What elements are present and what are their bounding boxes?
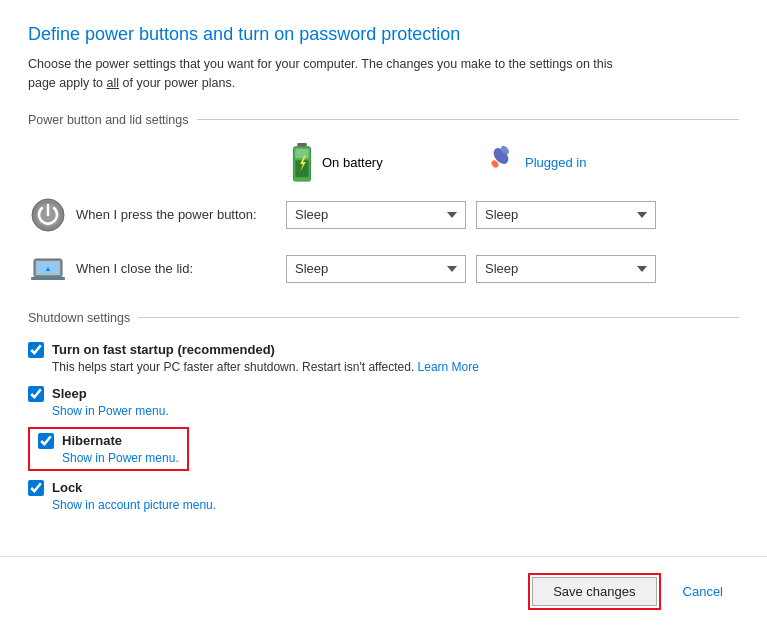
battery-col-label: On battery	[322, 155, 383, 170]
description: Choose the power settings that you want …	[28, 55, 739, 93]
svg-rect-14	[31, 277, 65, 280]
power-button-label: When I press the power button:	[76, 207, 286, 222]
svg-rect-2	[295, 148, 308, 158]
sleep-item: Sleep Show in Power menu.	[28, 383, 739, 421]
fast-startup-item: Turn on fast startup (recommended) This …	[28, 339, 739, 377]
power-options-dialog: Define power buttons and turn on passwor…	[0, 0, 767, 626]
lid-icon	[28, 249, 68, 289]
lid-plugged-dropdown[interactable]: Sleep Hibernate Shut down Turn off the d…	[476, 255, 656, 283]
fast-startup-label: Turn on fast startup (recommended)	[52, 342, 275, 357]
power-button-battery-dropdown[interactable]: Sleep Hibernate Shut down Turn off the d…	[286, 201, 466, 229]
plugged-icon	[483, 142, 519, 184]
hibernate-row: Hibernate	[38, 433, 179, 449]
power-button-dropdowns: Sleep Hibernate Shut down Turn off the d…	[286, 201, 656, 229]
column-headers: On battery Plugged in	[288, 141, 739, 185]
footer: Save changes Cancel	[0, 556, 767, 610]
lock-show-link[interactable]: Show in account picture menu.	[52, 498, 216, 512]
section1-label: Power button and lid settings	[28, 113, 197, 127]
learn-more-link[interactable]: Learn More	[418, 360, 479, 374]
section2-divider	[138, 317, 739, 318]
section2-label: Shutdown settings	[28, 311, 138, 325]
fast-startup-sublabel: This helps start your PC faster after sh…	[52, 360, 739, 374]
page-title: Define power buttons and turn on passwor…	[28, 24, 739, 45]
battery-icon	[288, 141, 316, 185]
description-text1: Choose the power settings that you want …	[28, 57, 613, 71]
lock-sublabel: Show in account picture menu.	[52, 498, 739, 512]
power-button-icon	[28, 195, 68, 235]
lid-label: When I close the lid:	[76, 261, 286, 276]
hibernate-checkbox[interactable]	[38, 433, 54, 449]
description-text2: page apply to	[28, 76, 103, 90]
sleep-label: Sleep	[52, 386, 87, 401]
plugged-column-header: Plugged in	[483, 142, 678, 184]
lock-checkbox[interactable]	[28, 480, 44, 496]
lid-row: When I close the lid: Sleep Hibernate Sh…	[28, 249, 739, 289]
power-button-plugged-dropdown[interactable]: Sleep Hibernate Shut down Turn off the d…	[476, 201, 656, 229]
power-button-row: When I press the power button: Sleep Hib…	[28, 195, 739, 235]
save-changes-button[interactable]: Save changes	[532, 577, 656, 606]
section2-header: Shutdown settings	[28, 311, 739, 325]
section1-header: Power button and lid settings	[28, 113, 739, 127]
sleep-checkbox[interactable]	[28, 386, 44, 402]
shutdown-section: Shutdown settings Turn on fast startup (…	[28, 311, 739, 521]
lid-dropdowns: Sleep Hibernate Shut down Turn off the d…	[286, 255, 656, 283]
section1-divider	[197, 119, 739, 120]
fast-startup-row: Turn on fast startup (recommended)	[28, 342, 739, 358]
cancel-button[interactable]: Cancel	[667, 578, 739, 605]
lock-row: Lock	[28, 480, 739, 496]
sleep-row: Sleep	[28, 386, 739, 402]
svg-rect-0	[297, 143, 307, 147]
hibernate-sublabel: Show in Power menu.	[62, 451, 179, 465]
battery-column-header: On battery	[288, 141, 483, 185]
hibernate-label: Hibernate	[62, 433, 122, 448]
sleep-show-link[interactable]: Show in Power menu.	[52, 404, 169, 418]
lid-battery-dropdown[interactable]: Sleep Hibernate Shut down Turn off the d…	[286, 255, 466, 283]
fast-startup-checkbox[interactable]	[28, 342, 44, 358]
hibernate-show-link[interactable]: Show in Power menu.	[62, 451, 179, 465]
sleep-sublabel: Show in Power menu.	[52, 404, 739, 418]
lock-label: Lock	[52, 480, 82, 495]
description-highlight: all	[107, 76, 120, 90]
plugged-col-label: Plugged in	[525, 155, 586, 170]
lock-item: Lock Show in account picture menu.	[28, 477, 739, 515]
description-text3: of your power plans.	[123, 76, 236, 90]
hibernate-item: Hibernate Show in Power menu.	[28, 427, 189, 471]
